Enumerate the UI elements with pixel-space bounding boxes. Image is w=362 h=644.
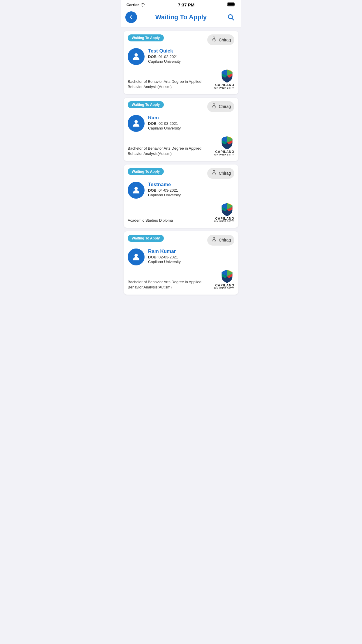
svg-point-10 (213, 104, 215, 105)
student-dob: DOB: 04-03-2021 (148, 188, 234, 192)
student-name: Test Quick (148, 48, 234, 54)
agent-icon (211, 169, 217, 177)
svg-point-24 (134, 254, 138, 257)
agent-icon (211, 103, 217, 111)
program-text: Bachelor of Behavior Arts Degree in Appl… (128, 279, 212, 290)
agent-name: Chirag (219, 38, 231, 42)
student-name: Ram Kumar (148, 249, 234, 254)
student-name: Ram (148, 115, 234, 121)
application-card[interactable]: Waiting To Apply Chirag (124, 164, 238, 228)
avatar (128, 115, 145, 132)
program-row: Bachelor of Behavior Arts Degree in Appl… (128, 135, 234, 156)
agent-button[interactable]: Chirag (207, 168, 234, 179)
avatar (128, 48, 145, 65)
agent-name: Chirag (219, 104, 231, 109)
battery-indicator (227, 2, 236, 7)
svg-point-18 (215, 175, 215, 175)
carrier-label: Carrier (126, 3, 139, 7)
svg-point-15 (213, 170, 215, 172)
svg-point-11 (213, 108, 213, 108)
program-row: Bachelor of Behavior Arts Degree in Appl… (128, 69, 234, 90)
student-info: Ram Kumar DOB: 02-03-2021 Capilano Unive… (148, 249, 234, 264)
university-logo: CAPILANO UNIVERSITY (214, 202, 234, 223)
svg-point-8 (215, 41, 215, 42)
agent-button[interactable]: Chirag (207, 235, 234, 246)
svg-point-5 (213, 37, 215, 38)
svg-line-4 (232, 18, 234, 20)
program-text: Bachelor of Behavior Arts Degree in Appl… (128, 79, 212, 90)
card-header: Waiting To Apply Chirag (128, 101, 234, 112)
card-header: Waiting To Apply Chirag (128, 168, 234, 179)
back-button[interactable] (125, 11, 137, 23)
svg-point-20 (213, 237, 215, 239)
status-badge: Waiting To Apply (128, 235, 164, 242)
student-dob: DOB: 02-03-2021 (148, 255, 234, 259)
card-header: Waiting To Apply Chirag (128, 34, 234, 45)
status-badge: Waiting To Apply (128, 168, 164, 175)
application-card[interactable]: Waiting To Apply Chirag (124, 231, 238, 295)
svg-point-16 (213, 175, 213, 175)
student-university: Capilano University (148, 126, 234, 130)
university-logo: CAPILANO UNIVERSITY (214, 269, 234, 290)
agent-icon (211, 36, 217, 44)
status-badge: Waiting To Apply (128, 101, 164, 108)
status-bar: Carrier 7:37 PM (121, 0, 241, 8)
student-row: Ram DOB: 02-03-2021 Capilano University (128, 115, 234, 132)
application-card[interactable]: Waiting To Apply Chirag (124, 31, 238, 94)
search-button[interactable] (225, 11, 237, 23)
program-text: Academic Studies Diploma (128, 218, 212, 223)
university-name-text: CAPILANO UNIVERSITY (214, 217, 234, 223)
svg-point-21 (213, 242, 213, 242)
student-info: Testname DOB: 04-03-2021 Capilano Univer… (148, 182, 234, 197)
svg-point-12 (214, 108, 214, 109)
student-university: Capilano University (148, 260, 234, 264)
wifi-icon (140, 3, 145, 7)
avatar (128, 249, 145, 265)
university-name-text: CAPILANO UNIVERSITY (214, 284, 234, 290)
svg-point-14 (134, 120, 138, 123)
university-name-text: CAPILANO UNIVERSITY (214, 150, 234, 156)
program-text: Bachelor of Behavior Arts Degree in Appl… (128, 146, 212, 156)
university-logo: CAPILANO UNIVERSITY (214, 69, 234, 90)
university-name-text: CAPILANO UNIVERSITY (214, 83, 234, 90)
student-dob: DOB: 02-03-2021 (148, 121, 234, 126)
student-row: Ram Kumar DOB: 02-03-2021 Capilano Unive… (128, 249, 234, 265)
svg-point-22 (214, 242, 214, 242)
carrier-wifi: Carrier (126, 3, 145, 7)
student-row: Testname DOB: 04-03-2021 Capilano Univer… (128, 182, 234, 199)
student-info: Test Quick DOB: 01-02-2021 Capilano Univ… (148, 48, 234, 64)
card-header: Waiting To Apply Chirag (128, 235, 234, 246)
application-card[interactable]: Waiting To Apply Chirag (124, 98, 238, 161)
avatar (128, 182, 145, 199)
agent-name: Chirag (219, 238, 231, 242)
student-university: Capilano University (148, 193, 234, 197)
svg-point-9 (134, 53, 138, 57)
svg-point-7 (214, 41, 214, 42)
student-dob: DOB: 01-02-2021 (148, 55, 234, 59)
svg-point-19 (134, 187, 138, 190)
status-time: 7:37 PM (178, 2, 194, 7)
svg-point-13 (215, 108, 215, 108)
svg-rect-1 (235, 4, 236, 5)
student-row: Test Quick DOB: 01-02-2021 Capilano Univ… (128, 48, 234, 65)
page-title: Waiting To Apply (137, 13, 225, 21)
svg-point-23 (215, 242, 215, 242)
agent-icon (211, 236, 217, 244)
university-logo: CAPILANO UNIVERSITY (214, 135, 234, 156)
student-name: Testname (148, 182, 234, 188)
program-row: Academic Studies Diploma (128, 202, 234, 223)
svg-point-17 (214, 175, 214, 176)
status-badge: Waiting To Apply (128, 34, 164, 41)
student-info: Ram DOB: 02-03-2021 Capilano University (148, 115, 234, 130)
program-row: Bachelor of Behavior Arts Degree in Appl… (128, 269, 234, 290)
agent-name: Chirag (219, 171, 231, 176)
cards-list: Waiting To Apply Chirag (121, 27, 241, 298)
student-university: Capilano University (148, 59, 234, 64)
svg-rect-2 (228, 3, 234, 6)
agent-button[interactable]: Chirag (207, 101, 234, 112)
page-header: Waiting To Apply (121, 8, 241, 27)
svg-point-6 (213, 41, 213, 42)
agent-button[interactable]: Chirag (207, 34, 234, 45)
